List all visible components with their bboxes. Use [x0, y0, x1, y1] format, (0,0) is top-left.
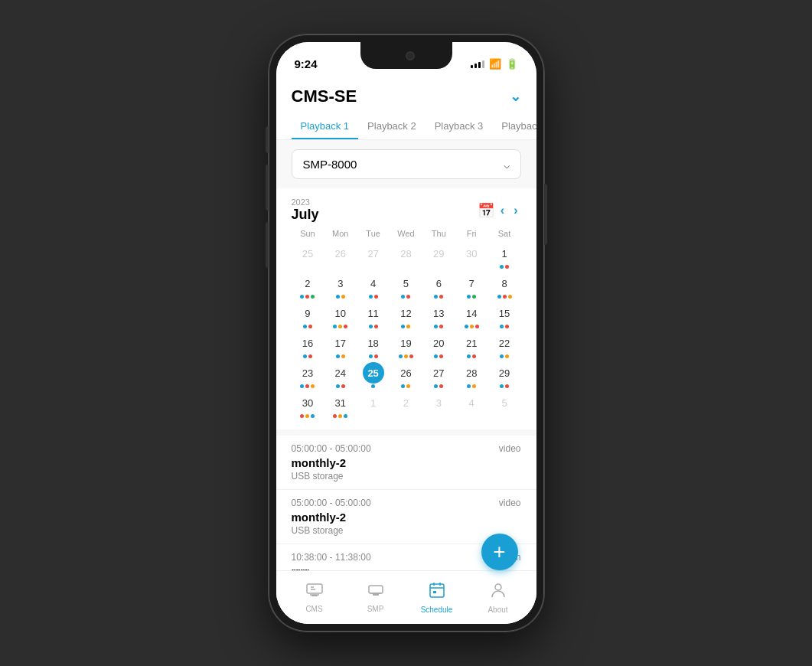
table-row[interactable]: 10 [324, 301, 357, 331]
tab-playback-4[interactable]: Playback 4 [492, 114, 536, 139]
table-row[interactable]: 21 [455, 331, 488, 361]
nav-item-smp[interactable]: SMP [345, 583, 406, 613]
nav-item-cms[interactable]: CMS [284, 583, 345, 613]
status-time: 9:24 [295, 57, 318, 70]
table-row[interactable]: 13 [422, 301, 455, 331]
nav-label-smp: SMP [367, 605, 384, 613]
signal-icon [471, 59, 484, 68]
device-name: SMP-8000 [303, 158, 357, 171]
nav-label-about: About [488, 606, 507, 614]
calendar-nav: 📅 ‹ › [478, 201, 521, 220]
schedule-source-1: USB storage [292, 471, 521, 482]
table-row[interactable]: 25 [292, 241, 324, 271]
table-row[interactable]: 27 [422, 361, 455, 390]
table-row[interactable]: 2 [390, 390, 422, 420]
schedule-type-2: video [499, 498, 521, 508]
phone-screen: 9:24 📶 🔋 CMS-SE ⌄ Playback 1 Playback 2 … [276, 42, 536, 624]
calendar-year: 2023 [292, 198, 319, 207]
table-row[interactable]: 5 [390, 271, 422, 301]
table-row[interactable]: 23 [292, 361, 324, 390]
table-row[interactable]: 25 [357, 361, 390, 390]
calendar-prev-button[interactable]: ‹ [497, 201, 507, 220]
table-row[interactable]: 5 [488, 390, 521, 420]
table-row[interactable]: 11 [357, 301, 390, 331]
day-header-sun: Sun [292, 226, 324, 241]
nav-item-schedule[interactable]: Schedule [406, 582, 468, 614]
camera [406, 51, 415, 60]
table-row[interactable]: 4 [455, 390, 488, 420]
table-row[interactable]: 18 [357, 331, 390, 361]
device-selector[interactable]: SMP-8000 ⌵ [292, 149, 521, 179]
table-row[interactable]: 29 [488, 361, 521, 390]
add-fab-button[interactable]: + [481, 534, 518, 570]
calendar-grid: Sun Mon Tue Wed Thu Fri Sat [292, 226, 521, 420]
table-row[interactable]: 8 [488, 271, 521, 301]
table-row[interactable]: 29 [422, 241, 455, 271]
list-item[interactable]: 05:00:00 - 05:00:00 video monthly-2 USB … [276, 436, 536, 490]
calendar-week-2: 2 3 4 5 6 7 8 [292, 271, 521, 301]
app-content: CMS-SE ⌄ Playback 1 Playback 2 Playback … [276, 76, 536, 624]
calendar-header: 2023 July 📅 ‹ › [292, 198, 521, 223]
table-row[interactable]: 14 [455, 301, 488, 331]
table-row[interactable]: 28 [455, 361, 488, 390]
bottom-nav: CMS SMP [276, 570, 536, 624]
tab-playback-2[interactable]: Playback 2 [358, 114, 426, 139]
table-row[interactable]: 26 [324, 241, 357, 271]
table-row[interactable]: 6 [422, 271, 455, 301]
table-row[interactable]: 2 [292, 271, 324, 301]
table-row[interactable]: 3 [422, 390, 455, 420]
status-icons: 📶 🔋 [471, 58, 518, 70]
scroll-content[interactable]: SMP-8000 ⌵ 2023 July 📅 ‹ › [276, 140, 536, 570]
nav-item-about[interactable]: About [468, 582, 529, 614]
calendar-next-button[interactable]: › [510, 201, 520, 220]
schedule-time-3: 10:38:00 - 11:38:00 [292, 552, 371, 563]
table-row[interactable]: 28 [390, 241, 422, 271]
calendar-week-3: 9 10 11 12 13 14 15 [292, 301, 521, 331]
table-row[interactable]: 4 [357, 271, 390, 301]
about-icon [490, 582, 507, 603]
app-header: CMS-SE ⌄ [276, 76, 536, 114]
calendar-icon[interactable]: 📅 [478, 202, 494, 219]
table-row[interactable]: 30 [455, 241, 488, 271]
wifi-icon: 📶 [489, 58, 501, 70]
table-row[interactable]: 20 [422, 331, 455, 361]
calendar-week-1: 25 26 27 28 29 30 1 [292, 241, 521, 271]
schedule-name-3: rrrr [292, 565, 521, 570]
tab-playback-3[interactable]: Playback 3 [426, 114, 493, 139]
table-row[interactable]: 31 [324, 390, 357, 420]
day-header-thu: Thu [422, 226, 455, 241]
nav-label-cms: CMS [305, 605, 322, 613]
table-row[interactable]: 12 [390, 301, 422, 331]
calendar-week-4: 16 17 18 19 20 21 22 [292, 331, 521, 361]
tab-playback-1[interactable]: Playback 1 [292, 114, 359, 139]
table-row[interactable]: 15 [488, 301, 521, 331]
schedule-name-1: monthly-2 [292, 456, 521, 469]
chevron-down-icon[interactable]: ⌄ [510, 88, 521, 105]
table-row[interactable]: 16 [292, 331, 324, 361]
volume-down-button[interactable] [266, 222, 269, 268]
table-row[interactable]: 1 [357, 390, 390, 420]
table-row[interactable]: 22 [488, 331, 521, 361]
table-row[interactable]: 24 [324, 361, 357, 390]
table-row[interactable]: 17 [324, 331, 357, 361]
table-row[interactable]: 1 [488, 241, 521, 271]
app-title: CMS-SE [292, 87, 357, 106]
day-header-tue: Tue [357, 226, 390, 241]
schedule-source-2: USB storage [292, 525, 521, 536]
table-row[interactable]: 26 [390, 361, 422, 390]
svg-rect-12 [433, 591, 436, 593]
notch [360, 42, 452, 69]
table-row[interactable]: 3 [324, 271, 357, 301]
day-header-wed: Wed [390, 226, 422, 241]
day-header-mon: Mon [324, 226, 357, 241]
table-row[interactable]: 27 [357, 241, 390, 271]
power-button[interactable] [544, 184, 547, 245]
schedule-name-2: monthly-2 [292, 511, 521, 524]
table-row[interactable]: 7 [455, 271, 488, 301]
volume-up-button[interactable] [266, 165, 269, 211]
table-row[interactable]: 9 [292, 301, 324, 331]
nav-label-schedule: Schedule [421, 606, 453, 614]
calendar-week-5: 23 24 25 26 27 28 29 [292, 361, 521, 390]
table-row[interactable]: 19 [390, 331, 422, 361]
table-row[interactable]: 30 [292, 390, 324, 420]
